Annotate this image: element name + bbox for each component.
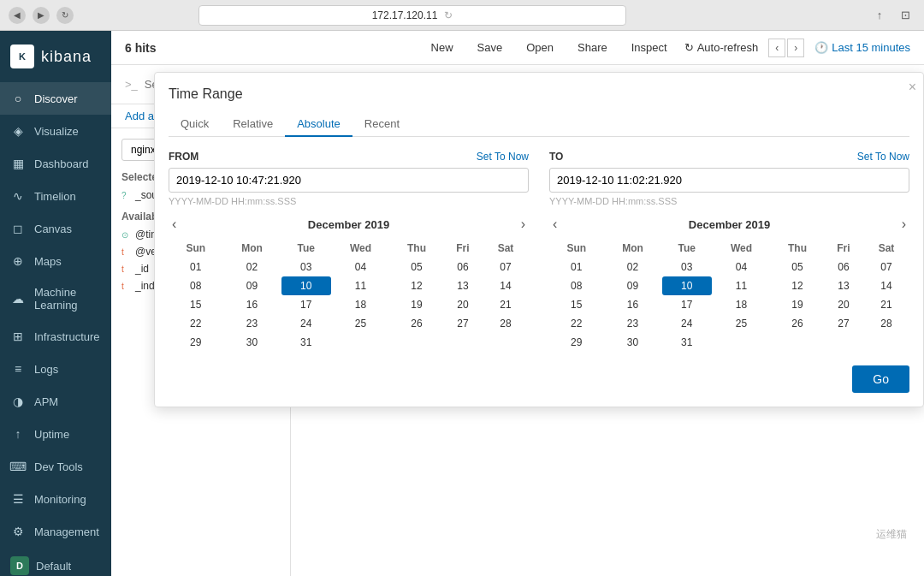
to-date-input[interactable] (549, 168, 909, 193)
calendar-day[interactable]: 16 (222, 295, 281, 314)
calendar-day[interactable]: 29 (549, 333, 603, 352)
calendar-day[interactable]: 20 (824, 295, 863, 314)
sidebar-item-monitoring[interactable]: ☰ Monitoring (0, 483, 111, 515)
sidebar-item-discover[interactable]: ○ Discover (0, 82, 111, 115)
share-page-button[interactable]: ↑ (869, 5, 890, 26)
reload-button[interactable]: ↻ (56, 7, 74, 24)
calendar-day[interactable]: 15 (169, 295, 222, 314)
from-prev-month-button[interactable]: ‹ (169, 217, 180, 232)
calendar-day[interactable]: 03 (281, 258, 331, 276)
from-date-input[interactable] (169, 168, 529, 193)
go-button[interactable]: Go (852, 365, 909, 393)
share-button[interactable]: Share (571, 38, 614, 57)
calendar-day[interactable]: 01 (169, 258, 222, 276)
calendar-day[interactable]: 08 (169, 276, 222, 295)
calendar-day[interactable]: 18 (712, 295, 771, 314)
tab-recent[interactable]: Recent (352, 112, 412, 137)
calendar-day[interactable]: 02 (603, 258, 661, 276)
calendar-day[interactable]: 15 (549, 295, 603, 314)
calendar-day[interactable]: 31 (662, 333, 712, 352)
calendar-day[interactable]: 09 (222, 276, 281, 295)
calendar-day[interactable]: 18 (331, 295, 390, 314)
to-next-month-button[interactable]: › (898, 217, 909, 232)
calendar-day[interactable]: 19 (390, 295, 443, 314)
time-range-button[interactable]: 🕐 Last 15 minutes (814, 41, 910, 54)
calendar-day[interactable]: 06 (443, 258, 483, 276)
calendar-day[interactable]: 14 (863, 276, 909, 295)
calendar-day[interactable]: 23 (603, 314, 661, 333)
sidebar-item-management[interactable]: ⚙ Management (0, 515, 111, 548)
calendar-day[interactable]: 13 (824, 276, 863, 295)
refresh-url-icon[interactable]: ↻ (444, 9, 453, 21)
sidebar-item-canvas[interactable]: ◻ Canvas (0, 212, 111, 245)
calendar-day[interactable]: 13 (443, 276, 483, 295)
calendar-day[interactable]: 31 (281, 333, 331, 352)
calendar-day[interactable]: 17 (662, 295, 712, 314)
inspect-button[interactable]: Inspect (625, 38, 674, 57)
calendar-day[interactable]: 05 (771, 258, 824, 276)
save-button[interactable]: Save (471, 38, 510, 57)
calendar-day[interactable]: 21 (483, 295, 529, 314)
calendar-day[interactable]: 25 (331, 314, 390, 333)
calendar-day[interactable]: 04 (712, 258, 771, 276)
calendar-day[interactable]: 30 (603, 333, 661, 352)
new-tab-button[interactable]: ⊡ (895, 5, 915, 26)
open-button[interactable]: Open (519, 38, 560, 57)
next-time-button[interactable]: › (787, 39, 804, 57)
from-set-to-now[interactable]: Set To Now (477, 151, 529, 163)
sidebar-item-devtools[interactable]: ⌨ Dev Tools (0, 450, 111, 483)
to-set-to-now[interactable]: Set To Now (857, 151, 909, 163)
sidebar-item-uptime[interactable]: ↑ Uptime (0, 418, 111, 450)
calendar-day[interactable]: 03 (662, 258, 712, 276)
calendar-day[interactable]: 05 (390, 258, 443, 276)
calendar-day[interactable]: 11 (712, 276, 771, 295)
calendar-day[interactable]: 11 (331, 276, 390, 295)
calendar-day[interactable]: 26 (771, 314, 824, 333)
auto-refresh-button[interactable]: ↻ Auto-refresh (684, 41, 759, 54)
sidebar-item-maps[interactable]: ⊕ Maps (0, 245, 111, 277)
sidebar-item-ml[interactable]: ☁ Machine Learning (0, 277, 111, 320)
tab-relative[interactable]: Relative (221, 112, 285, 137)
calendar-day[interactable]: 30 (222, 333, 281, 352)
calendar-day[interactable]: 14 (483, 276, 529, 295)
calendar-day[interactable]: 07 (863, 258, 909, 276)
calendar-day[interactable]: 12 (771, 276, 824, 295)
close-dropdown-button[interactable]: × (909, 80, 916, 95)
calendar-day[interactable]: 22 (169, 314, 222, 333)
sidebar-item-infrastructure[interactable]: ⊞ Infrastructure (0, 320, 111, 353)
calendar-day[interactable]: 28 (863, 314, 909, 333)
to-prev-month-button[interactable]: ‹ (549, 217, 560, 232)
sidebar-user[interactable]: D Default (0, 548, 111, 576)
calendar-day[interactable]: 17 (281, 295, 331, 314)
calendar-day[interactable]: 10 (662, 276, 712, 295)
calendar-day[interactable]: 09 (603, 276, 661, 295)
calendar-day[interactable]: 02 (222, 258, 281, 276)
tab-absolute[interactable]: Absolute (285, 112, 352, 137)
calendar-day[interactable]: 23 (222, 314, 281, 333)
calendar-day[interactable]: 07 (483, 258, 529, 276)
calendar-day[interactable]: 06 (824, 258, 863, 276)
from-next-month-button[interactable]: › (518, 217, 529, 232)
forward-button[interactable]: ▶ (33, 7, 50, 24)
calendar-day[interactable]: 19 (771, 295, 824, 314)
calendar-day[interactable]: 25 (712, 314, 771, 333)
calendar-day[interactable]: 04 (331, 258, 390, 276)
sidebar-item-visualize[interactable]: ◈ Visualize (0, 115, 111, 147)
sidebar-item-logs[interactable]: ≡ Logs (0, 353, 111, 385)
calendar-day[interactable]: 16 (603, 295, 661, 314)
sidebar-item-apm[interactable]: ◑ APM (0, 385, 111, 418)
back-button[interactable]: ◀ (9, 7, 26, 24)
calendar-day[interactable]: 28 (483, 314, 529, 333)
new-button[interactable]: New (424, 38, 460, 57)
calendar-day[interactable]: 26 (390, 314, 443, 333)
calendar-day[interactable]: 21 (863, 295, 909, 314)
calendar-day[interactable]: 29 (169, 333, 222, 352)
calendar-day[interactable]: 10 (281, 276, 331, 295)
calendar-day[interactable]: 20 (443, 295, 483, 314)
calendar-day[interactable]: 01 (549, 258, 603, 276)
calendar-day[interactable]: 27 (824, 314, 863, 333)
calendar-day[interactable]: 08 (549, 276, 603, 295)
prev-time-button[interactable]: ‹ (768, 39, 785, 57)
calendar-day[interactable]: 27 (443, 314, 483, 333)
tab-quick[interactable]: Quick (169, 112, 221, 137)
